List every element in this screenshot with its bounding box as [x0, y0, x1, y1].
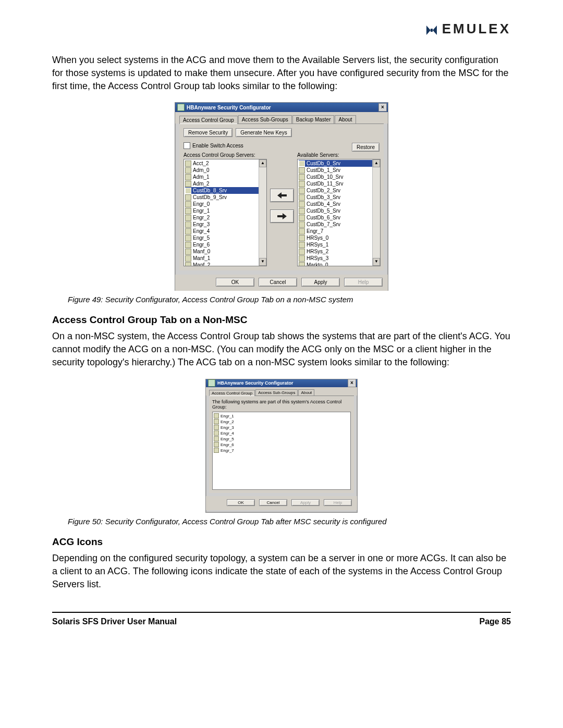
cancel-button[interactable]: Cancel	[259, 278, 297, 287]
close-icon[interactable]: ×	[348, 379, 356, 387]
list-item[interactable]: Engr_7	[299, 228, 373, 235]
server-icon	[214, 413, 219, 418]
tab-subgroups[interactable]: Access Sub-Groups	[255, 389, 298, 396]
list-item-label: CustDb_3_Srv	[307, 194, 340, 200]
list-item-label: CustDb_1_Srv	[307, 167, 340, 173]
scrollbar[interactable]: ▲ ▼	[372, 159, 380, 266]
cancel-button[interactable]: Cancel	[259, 499, 287, 506]
server-icon	[185, 161, 191, 167]
move-left-button[interactable]	[270, 189, 294, 202]
list-item[interactable]: Engr_2	[185, 214, 259, 221]
server-icon	[299, 161, 305, 167]
dialog-buttons: OK Cancel Apply Help	[206, 496, 357, 510]
list-item[interactable]: Engr_5	[185, 235, 259, 241]
footer-page-number: Page 85	[480, 617, 511, 626]
apply-button[interactable]: Apply	[291, 499, 320, 506]
list-item[interactable]: Engr_1	[214, 413, 349, 419]
list-item[interactable]: CustDb_2_Srv	[299, 187, 373, 194]
list-item-label: Manf_1	[193, 255, 210, 261]
server-icon	[185, 249, 191, 255]
list-item[interactable]: Engr_1	[185, 207, 259, 214]
list-item-label: CustDb_0_Srv	[307, 161, 340, 166]
server-icon	[185, 221, 191, 228]
move-right-button[interactable]	[270, 209, 294, 223]
tab-about[interactable]: About	[298, 389, 314, 396]
list-item[interactable]: Engr_6	[214, 442, 349, 448]
list-item[interactable]: Manf_1	[185, 255, 259, 262]
list-item[interactable]: Engr_6	[185, 241, 259, 248]
list-item[interactable]: Engr_2	[214, 419, 349, 425]
list-item[interactable]: Adm_0	[185, 167, 259, 174]
ok-button[interactable]: OK	[216, 278, 254, 287]
list-item[interactable]: CustDb_0_Srv	[299, 160, 373, 167]
list-item[interactable]: CustDb_7_Srv	[299, 221, 373, 228]
server-icon	[299, 221, 305, 228]
list-item[interactable]: CustDb_3_Srv	[299, 194, 373, 201]
help-button[interactable]: Help	[324, 499, 352, 506]
list-item-label: Engr_2	[193, 215, 210, 220]
list-item-label: Engr_5	[193, 235, 210, 241]
acg-servers-listbox[interactable]: Engr_1Engr_2Engr_3Engr_4Engr_5Engr_6Engr…	[212, 412, 351, 490]
acg-servers-listbox[interactable]: Acct_2Adm_0Adm_1Adm_2CustDb_8_SrvCustDb_…	[183, 159, 267, 266]
list-item[interactable]: CustDb_5_Srv	[299, 207, 373, 214]
generate-new-keys-button[interactable]: Generate New Keys	[236, 128, 292, 137]
list-item-label: Manf_0	[193, 249, 210, 254]
apply-button[interactable]: Apply	[301, 278, 340, 287]
server-icon	[299, 194, 305, 201]
scrollbar[interactable]: ▲ ▼	[259, 159, 266, 266]
scroll-up-icon[interactable]: ▲	[373, 159, 380, 167]
server-icon	[299, 242, 305, 248]
list-item[interactable]: CustDb_4_Srv	[299, 201, 373, 207]
list-item[interactable]: HRSys_3	[299, 255, 373, 262]
list-item[interactable]: HRSys_1	[299, 241, 373, 248]
close-icon[interactable]: ×	[378, 103, 387, 112]
ok-button[interactable]: OK	[227, 499, 255, 506]
scroll-up-icon[interactable]: ▲	[259, 159, 266, 167]
list-item[interactable]: Engr_5	[214, 436, 349, 442]
list-item[interactable]: CustDb_1_Srv	[299, 167, 373, 174]
list-item[interactable]: Manf_2	[185, 262, 259, 266]
tab-acg[interactable]: Access Control Group	[209, 390, 255, 396]
server-icon	[214, 430, 219, 436]
list-item[interactable]: Acct_2	[185, 160, 259, 167]
list-item[interactable]: Engr_4	[214, 430, 349, 436]
restore-button[interactable]: Restore	[352, 143, 380, 152]
list-item[interactable]: CustDb_10_Srv	[299, 174, 373, 180]
list-item[interactable]: Engr_7	[214, 448, 349, 453]
list-item[interactable]: CustDb_6_Srv	[299, 214, 373, 221]
help-button[interactable]: Help	[344, 278, 383, 287]
server-icon	[299, 228, 305, 235]
list-item[interactable]: Manf_0	[185, 248, 259, 255]
list-item[interactable]: Markto_0	[299, 262, 373, 266]
tab-acg[interactable]: Access Control Group	[179, 116, 238, 124]
list-item[interactable]: Engr_3	[214, 425, 349, 430]
list-item-label: Adm_1	[193, 174, 210, 180]
enable-switch-access-checkbox[interactable]	[183, 142, 190, 149]
scroll-down-icon[interactable]: ▼	[373, 258, 380, 266]
server-icon	[185, 255, 191, 262]
list-item-label: CustDb_4_Srv	[307, 201, 340, 207]
list-item[interactable]: Engr_4	[185, 228, 259, 235]
server-icon	[185, 201, 191, 207]
list-item[interactable]: Engr_0	[185, 201, 259, 207]
tab-subgroups[interactable]: Access Sub-Groups	[238, 115, 292, 124]
list-item-label: CustDb_7_Srv	[307, 221, 340, 227]
list-item[interactable]: Engr_3	[185, 221, 259, 228]
list-item[interactable]: Adm_1	[185, 174, 259, 180]
list-item-label: CustDb_2_Srv	[307, 188, 340, 193]
list-item[interactable]: HRSys_0	[299, 235, 373, 241]
app-icon	[208, 379, 215, 387]
section-acg-icons-title: ACG Icons	[52, 536, 511, 548]
list-item[interactable]: CustDb_11_Srv	[299, 180, 373, 187]
remove-security-button[interactable]: Remove Security	[183, 128, 232, 137]
tab-about[interactable]: About	[335, 115, 356, 124]
list-item[interactable]: CustDb_8_Srv	[185, 187, 259, 194]
list-item-label: CustDb_5_Srv	[307, 208, 340, 214]
list-item[interactable]: HRSys_2	[299, 248, 373, 255]
available-servers-listbox[interactable]: CustDb_0_SrvCustDb_1_SrvCustDb_10_SrvCus…	[297, 159, 381, 266]
scroll-down-icon[interactable]: ▼	[259, 258, 266, 266]
list-item[interactable]: CustDb_9_Srv	[185, 194, 259, 201]
list-item[interactable]: Adm_2	[185, 180, 259, 187]
figure-49-caption: Figure 49: Security Configurator, Access…	[68, 295, 511, 304]
tab-backup-master[interactable]: Backup Master	[292, 115, 335, 124]
